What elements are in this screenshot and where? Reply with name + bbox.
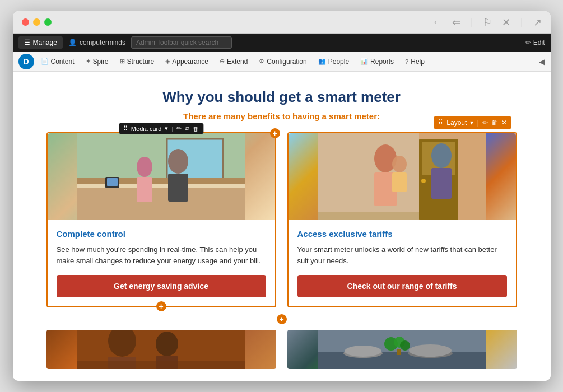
nav-collapse-button[interactable]: ◀: [539, 57, 545, 66]
layout-close-icon[interactable]: ✕: [501, 119, 507, 127]
drupal-logo[interactable]: D: [18, 54, 34, 69]
configuration-icon: ⚙: [259, 58, 264, 65]
card-2-illustration: [289, 133, 516, 220]
bottom-images: [46, 330, 517, 369]
svg-point-22: [431, 143, 452, 168]
spire-icon: ✦: [86, 58, 91, 65]
layout-edit-icon[interactable]: ✏: [482, 119, 488, 127]
nav-label-configuration: Configuration: [267, 58, 306, 66]
layout-trash-icon[interactable]: 🗑: [491, 119, 498, 127]
card-2-text: Your smart meter unlocks a world of new …: [297, 244, 507, 266]
nav-label-help: Help: [411, 58, 425, 66]
username-label: computerminds: [80, 39, 125, 46]
cards-container: ⠿ Media card ▾ | ✏ ⧉ 🗑 +: [46, 132, 517, 307]
nav-item-spire[interactable]: ✦ Spire: [81, 55, 113, 68]
manage-icon: ☰: [24, 39, 30, 46]
nav-item-help[interactable]: ? Help: [401, 55, 429, 68]
layout-toolbar: ⠿ Layout ▾ | ✏ 🗑 ✕: [434, 116, 511, 129]
svg-point-15: [421, 179, 426, 183]
card-1-heading: Complete control: [57, 229, 266, 239]
media-card-trash-icon[interactable]: 🗑: [193, 125, 199, 132]
nav-label-content: Content: [51, 58, 75, 66]
admin-search-input[interactable]: [131, 36, 232, 49]
nav-label-appearance: Appearance: [172, 58, 208, 66]
svg-point-6: [168, 149, 188, 174]
card-2-wrapper: Access exclusive tariffs Your smart mete…: [287, 132, 517, 307]
minimize-button[interactable]: [33, 18, 40, 26]
maximize-button[interactable]: [44, 18, 52, 26]
manage-label: Manage: [33, 39, 57, 46]
back-icon[interactable]: ←: [432, 16, 442, 28]
nav-item-people[interactable]: 👥 People: [314, 55, 353, 68]
nav-item-appearance[interactable]: ◈ Appearance: [161, 55, 213, 68]
svg-rect-9: [137, 177, 152, 202]
flag-icon[interactable]: ⚐: [483, 16, 492, 29]
nav-item-reports[interactable]: 📊 Reports: [356, 55, 398, 68]
extend-icon: ⊕: [220, 58, 225, 65]
svg-rect-21: [392, 172, 407, 192]
svg-point-38: [400, 340, 410, 351]
page-title: Why you should get a smart meter: [46, 88, 517, 106]
card-2-heading: Access exclusive tariffs: [297, 229, 507, 239]
media-card-toolbar: ⠿ Media card ▾ | ✏ ⧉ 🗑: [119, 123, 203, 134]
card-2-image: [289, 133, 516, 220]
structure-icon: ⊞: [120, 58, 125, 65]
bottom-image-2: [287, 330, 517, 369]
media-card-edit-icon[interactable]: ✏: [176, 125, 182, 132]
open-icon[interactable]: ↗: [533, 16, 542, 29]
bottom-image-1: [46, 330, 276, 369]
top-right-plus-card1[interactable]: +: [270, 128, 280, 138]
browser-window: ← ⇐ | ⚐ ✕ | ↗ ☰ Manage 👤 computerminds ✏…: [13, 11, 551, 381]
card-2-button[interactable]: Check out our range of tariffs: [297, 275, 507, 297]
nav-item-structure[interactable]: ⊞ Structure: [115, 55, 159, 68]
help-icon: ?: [405, 58, 408, 65]
between-sections-plus[interactable]: +: [277, 314, 287, 324]
layout-grid-icon: ⠿: [438, 119, 443, 127]
appearance-icon: ◈: [165, 58, 170, 65]
edit-button[interactable]: ✏ Edit: [525, 39, 545, 46]
svg-point-35: [409, 344, 452, 357]
nav-item-extend[interactable]: ⊕ Extend: [215, 55, 252, 68]
media-card-drag-handle[interactable]: ⠿: [123, 125, 128, 132]
svg-point-8: [137, 157, 152, 177]
svg-rect-5: [77, 184, 245, 188]
card-1: Complete control See how much you're spe…: [48, 133, 275, 306]
svg-rect-17: [318, 212, 419, 220]
svg-rect-39: [397, 349, 401, 355]
layout-arrow-icon: ▾: [470, 119, 473, 127]
nav-item-configuration[interactable]: ⚙ Configuration: [254, 55, 311, 68]
close-icon[interactable]: ✕: [502, 16, 510, 29]
back2-icon[interactable]: ⇐: [452, 16, 460, 29]
card-1-image: [48, 133, 275, 220]
user-icon: 👤: [68, 39, 77, 46]
nav-item-content[interactable]: 📄 Content: [36, 55, 79, 68]
svg-rect-11: [107, 178, 118, 186]
svg-point-20: [392, 156, 407, 172]
nav-label-spire: Spire: [93, 58, 109, 66]
svg-point-27: [156, 332, 178, 356]
card-1-button[interactable]: Get energy saving advice: [57, 275, 266, 297]
card-1-illustration: [48, 133, 275, 220]
main-content: Why you should get a smart meter There a…: [13, 72, 551, 381]
media-card-copy-icon[interactable]: ⧉: [185, 125, 189, 132]
card-1-wrapper: ⠿ Media card ▾ | ✏ ⧉ 🗑 +: [46, 132, 276, 307]
people-icon: 👥: [318, 58, 326, 65]
nav-label-extend: Extend: [227, 58, 248, 66]
svg-rect-31: [318, 352, 486, 369]
media-card-arrow[interactable]: ▾: [165, 125, 168, 132]
card-2: Access exclusive tariffs Your smart mete…: [289, 133, 516, 306]
browser-nav: ← ⇐ | ⚐ ✕ | ↗: [432, 16, 541, 29]
edit-icon: ✏: [525, 39, 531, 46]
drupal-nav: D 📄 Content ✦ Spire ⊞ Structure ◈ Appear…: [13, 52, 551, 72]
svg-rect-7: [168, 174, 188, 202]
edit-label: Edit: [533, 39, 545, 46]
reports-icon: 📊: [360, 58, 368, 65]
bottom-center-plus-card1[interactable]: +: [156, 301, 166, 311]
svg-rect-23: [431, 168, 452, 199]
manage-button[interactable]: ☰ Manage: [18, 36, 63, 49]
admin-toolbar: ☰ Manage 👤 computerminds ✏ Edit: [13, 34, 551, 52]
layout-label: Layout: [446, 119, 467, 127]
card-2-body: Access exclusive tariffs Your smart mete…: [289, 220, 516, 306]
close-button[interactable]: [22, 18, 29, 26]
media-card-label: Media card: [131, 125, 161, 132]
